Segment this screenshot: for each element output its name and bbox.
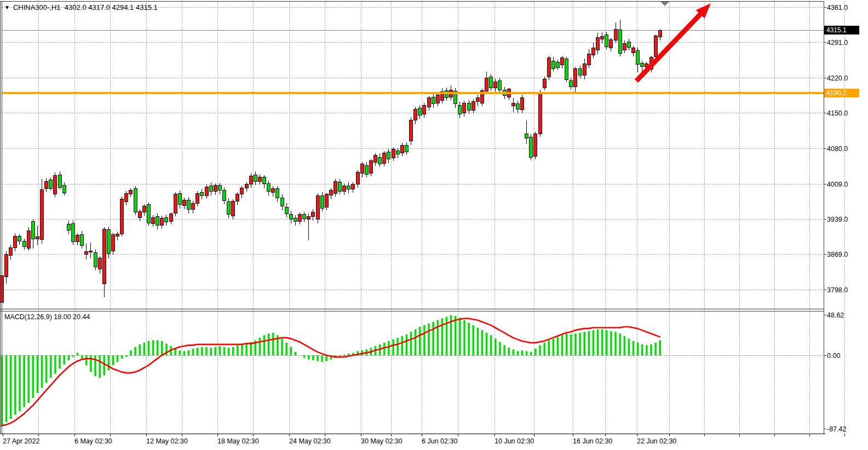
candle-up xyxy=(485,78,488,91)
candle-up xyxy=(174,194,177,214)
candle-up xyxy=(160,218,164,226)
candle-down xyxy=(618,30,622,53)
macd-axis-label: -87.42 xyxy=(827,425,846,433)
candle-up xyxy=(356,172,359,184)
candle-up xyxy=(98,258,101,269)
candle-down xyxy=(285,207,288,214)
candle-up xyxy=(436,95,439,103)
symbol-expander-icon[interactable]: ▼ xyxy=(4,4,10,10)
candle-up xyxy=(41,190,44,240)
candle-down xyxy=(605,34,608,47)
candle-down xyxy=(525,134,528,138)
candle-up xyxy=(232,201,235,216)
candle-down xyxy=(320,196,324,209)
candle-down xyxy=(187,200,191,210)
candle-up xyxy=(298,215,302,222)
trend-arrow-shaft[interactable] xyxy=(636,12,703,81)
candle-down xyxy=(387,152,390,159)
candle-up xyxy=(543,79,546,88)
price-axis-label: 4080.0 xyxy=(827,145,848,153)
chart-shift-marker-icon[interactable] xyxy=(660,2,669,6)
price-axis-label: 3798.0 xyxy=(827,286,848,294)
candle-up xyxy=(476,97,479,101)
candle-up xyxy=(125,193,128,202)
candle-up xyxy=(400,145,404,153)
candle-up xyxy=(272,189,275,192)
candle-up xyxy=(9,247,13,256)
candle-up xyxy=(423,106,426,114)
candle-up xyxy=(205,187,208,196)
candle-up xyxy=(614,29,617,40)
candle-down xyxy=(94,252,97,267)
candle-up xyxy=(76,235,79,242)
candle-up xyxy=(116,234,119,236)
time-axis-label: 10 Jun 02:30 xyxy=(495,437,534,445)
candle-down xyxy=(556,62,560,68)
candle-down xyxy=(71,223,74,242)
candle-down xyxy=(458,106,462,114)
candle-up xyxy=(534,134,537,156)
candle-down xyxy=(209,186,212,191)
macd-indicator-name: MACD(12,26,9) xyxy=(4,313,52,321)
ohlc-values: 4302.0 4317.0 4294.1 4315.1 xyxy=(65,3,158,11)
price-axis-label: 4150.0 xyxy=(827,109,848,117)
symbol-period-label: CHINA300-,H1 xyxy=(13,3,61,11)
candle-up xyxy=(14,236,17,248)
candle-down xyxy=(156,216,159,226)
candle-down xyxy=(200,192,204,195)
time-axis-label: 6 Jun 02:30 xyxy=(422,437,457,445)
candle-up xyxy=(85,251,88,255)
candle-up xyxy=(182,200,186,205)
candle-down xyxy=(516,104,519,109)
candle-down xyxy=(134,189,137,212)
macd-histogram xyxy=(2,315,660,426)
candle-down xyxy=(578,69,582,76)
candle-down xyxy=(49,180,53,189)
candle-down xyxy=(565,59,568,79)
candle-up xyxy=(472,101,475,111)
chart-window: 4361.04291.04220.04150.04080.04009.03939… xyxy=(0,0,868,450)
candle-up xyxy=(27,231,30,248)
macd-axis-label: 0.00 xyxy=(827,352,840,360)
candle-down xyxy=(218,185,221,190)
candle-up xyxy=(410,120,413,141)
candle-up xyxy=(583,64,586,76)
candle-down xyxy=(289,215,292,220)
candle-up xyxy=(36,237,39,239)
candle-down xyxy=(107,230,110,253)
candle-up xyxy=(334,181,337,193)
candle-up xyxy=(325,194,328,207)
candle-up xyxy=(245,184,248,188)
time-axis-label: 24 May 02:30 xyxy=(289,437,331,445)
candle-up xyxy=(596,37,600,50)
candle-up xyxy=(316,196,319,220)
candle-up xyxy=(654,36,657,57)
candle-up xyxy=(591,48,595,55)
candle-down xyxy=(276,189,279,198)
candle-down xyxy=(338,182,342,192)
candle-down xyxy=(445,90,449,98)
price-axis-label: 4361.0 xyxy=(827,4,848,11)
candle-down xyxy=(432,97,435,104)
candle-down xyxy=(365,166,368,175)
candle-up xyxy=(383,153,386,163)
candle-up xyxy=(5,255,8,276)
candle-down xyxy=(498,81,502,90)
candle-down xyxy=(570,81,573,87)
candle-down xyxy=(22,241,26,246)
candle-down xyxy=(267,184,271,192)
candle-up xyxy=(623,44,626,50)
chart-canvas[interactable]: 4361.04291.04220.04150.04080.04009.03939… xyxy=(0,0,868,450)
candle-down xyxy=(551,61,555,69)
candle-up xyxy=(249,176,252,184)
candle-series xyxy=(1,20,662,308)
candle-down xyxy=(641,64,644,67)
candle-up xyxy=(632,48,635,53)
candle-down xyxy=(530,137,533,157)
hline-price-tag: 4190.2 xyxy=(824,89,859,97)
candle-down xyxy=(58,175,61,188)
candle-up xyxy=(236,194,239,201)
candle-down xyxy=(62,185,66,193)
candle-up xyxy=(352,184,355,189)
time-axis-label: 12 May 02:30 xyxy=(146,437,188,445)
